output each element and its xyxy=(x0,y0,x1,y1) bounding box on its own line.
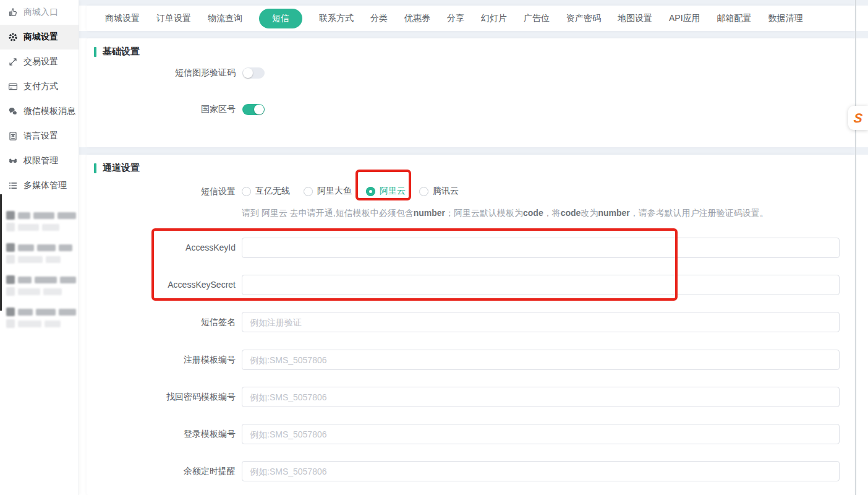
section-accent-bar xyxy=(94,47,96,57)
sidebar-scrollbar-thumb[interactable] xyxy=(0,194,2,311)
section-accent-bar xyxy=(94,163,96,173)
sidebar-redacted-items xyxy=(0,207,79,335)
field-label: 登录模板编号 xyxy=(87,424,236,444)
tab-物流查询[interactable]: 物流查询 xyxy=(208,13,242,24)
form-row: 登录模板编号 xyxy=(87,424,840,444)
field-label: 注册模板编号 xyxy=(87,350,236,370)
page-scrollbar-track[interactable] xyxy=(855,0,856,495)
main-content: 商城设置订单设置物流查询短信联系方式分类优惠券分享幻灯片广告位资产密码地图设置A… xyxy=(79,0,868,495)
trade-arrows-icon xyxy=(8,57,18,67)
toggle-row: 国家区号 xyxy=(87,104,265,115)
field-label: 余额定时提醒 xyxy=(87,461,236,481)
sidebar-item-label: 权限管理 xyxy=(23,155,58,166)
sidebar-item-credit-card[interactable]: 支付方式 xyxy=(0,74,79,99)
sidebar-item-label: 支付方式 xyxy=(23,81,58,92)
field-input-注册模板编号[interactable] xyxy=(242,350,840,370)
sidebar-item-thumb-up[interactable]: 商城入口 xyxy=(0,0,79,25)
tab-短信[interactable]: 短信 xyxy=(259,9,302,28)
radio-circle xyxy=(366,187,375,196)
field-input-AccessKeyId[interactable] xyxy=(242,238,840,258)
tab-地图设置[interactable]: 地图设置 xyxy=(618,13,652,24)
field-label: 短信签名 xyxy=(87,312,236,332)
sidebar-item-label: 交易设置 xyxy=(23,56,58,67)
sidebar-item-list[interactable]: 多媒体管理 xyxy=(0,173,79,198)
toggle-label: 短信图形验证码 xyxy=(87,67,236,79)
toggle-switch[interactable] xyxy=(242,104,265,115)
tab-联系方式[interactable]: 联系方式 xyxy=(319,13,354,24)
toggle-label: 国家区号 xyxy=(87,104,236,115)
background-strip xyxy=(79,0,868,6)
sidebar-item-label: 微信模板消息 xyxy=(23,106,75,117)
mask-icon xyxy=(8,156,18,166)
sidebar-item-gear[interactable]: 商城设置 xyxy=(0,25,79,50)
field-label: AccessKeyId xyxy=(87,238,236,258)
sidebar-item-trade-arrows[interactable]: 交易设置 xyxy=(0,50,79,74)
radio-label: 阿里大鱼 xyxy=(317,186,352,197)
sidebar-item-redacted[interactable] xyxy=(0,271,79,303)
radio-label: 阿里云 xyxy=(380,186,406,197)
toggle-switch[interactable] xyxy=(242,67,265,79)
channel-section-header: 通道设置 xyxy=(94,162,140,174)
tab-商城设置[interactable]: 商城设置 xyxy=(105,13,140,24)
tab-API应用[interactable]: API应用 xyxy=(669,13,700,24)
floating-widget-logo: S xyxy=(853,111,863,124)
radio-circle xyxy=(242,187,251,196)
floating-helper-widget[interactable]: S xyxy=(848,106,868,130)
form-row: AccessKeySecret xyxy=(87,275,840,295)
settings-tabbar: 商城设置订单设置物流查询短信联系方式分类优惠券分享幻灯片广告位资产密码地图设置A… xyxy=(87,6,854,31)
language-book-icon xyxy=(8,131,18,141)
sidebar-item-redacted[interactable] xyxy=(0,303,79,335)
form-row: 短信签名 xyxy=(87,312,840,332)
radio-provider-4[interactable]: 腾讯云 xyxy=(419,186,459,197)
sidebar-item-redacted[interactable] xyxy=(0,239,79,271)
field-input-短信签名[interactable] xyxy=(242,312,840,332)
radio-circle xyxy=(304,187,313,196)
tab-订单设置[interactable]: 订单设置 xyxy=(156,13,191,24)
radio-label: 腾讯云 xyxy=(433,186,459,197)
form-row: 注册模板编号 xyxy=(87,350,840,370)
tab-幻灯片[interactable]: 幻灯片 xyxy=(481,13,507,24)
channel-help-text: 请到 阿里云 去申请开通,短信模板中必须包含number；阿里云默认模板为cod… xyxy=(242,208,768,219)
tab-资产密码[interactable]: 资产密码 xyxy=(566,13,601,24)
radio-provider-3[interactable]: 阿里云 xyxy=(366,186,406,197)
form-row: AccessKeyId xyxy=(87,238,840,258)
radio-provider-1[interactable]: 互亿无线 xyxy=(242,186,290,197)
field-input-登录模板编号[interactable] xyxy=(242,424,840,444)
chat-bubbles-icon xyxy=(8,106,18,116)
radio-circle xyxy=(419,187,428,196)
tab-数据清理[interactable]: 数据清理 xyxy=(768,13,803,24)
tab-优惠券[interactable]: 优惠券 xyxy=(404,13,430,24)
credit-card-icon xyxy=(8,82,18,92)
app-root: 商城入口商城设置交易设置支付方式微信模板消息语言设置权限管理多媒体管理 商城设置… xyxy=(0,0,868,495)
sms-provider-row: 短信设置 xyxy=(87,186,236,198)
sidebar-item-label: 语言设置 xyxy=(23,131,58,142)
sms-provider-label: 短信设置 xyxy=(87,186,236,197)
field-label: 找回密码模板编号 xyxy=(87,387,236,407)
tab-广告位[interactable]: 广告位 xyxy=(524,13,550,24)
sidebar-item-redacted[interactable] xyxy=(0,207,79,239)
background-strip xyxy=(79,147,868,155)
sidebar-item-label: 商城入口 xyxy=(23,7,58,18)
sidebar-item-chat-bubbles[interactable]: 微信模板消息 xyxy=(0,99,79,124)
channel-settings-card: 通道设置 短信设置 请到 阿里云 去申请开通,短信模板中必须包含number；阿… xyxy=(87,155,854,495)
form-row: 余额定时提醒 xyxy=(87,461,840,481)
field-label: AccessKeySecret xyxy=(87,275,236,295)
tab-分类[interactable]: 分类 xyxy=(370,13,388,24)
tab-分享[interactable]: 分享 xyxy=(447,13,464,24)
field-input-AccessKeySecret[interactable] xyxy=(242,275,840,295)
sidebar-item-language-book[interactable]: 语言设置 xyxy=(0,124,79,148)
radio-label: 互亿无线 xyxy=(255,186,290,197)
sidebar-item-mask[interactable]: 权限管理 xyxy=(0,148,79,173)
sidebar: 商城入口商城设置交易设置支付方式微信模板消息语言设置权限管理多媒体管理 xyxy=(0,0,79,495)
thumb-up-icon xyxy=(8,7,18,17)
form-row: 找回密码模板编号 xyxy=(87,387,840,407)
basic-section-header: 基础设置 xyxy=(94,46,140,58)
section-title: 通道设置 xyxy=(103,162,140,174)
background-strip xyxy=(79,31,868,38)
field-input-找回密码模板编号[interactable] xyxy=(242,387,840,407)
gear-icon xyxy=(8,32,18,42)
field-input-余额定时提醒[interactable] xyxy=(242,461,840,481)
tab-邮箱配置[interactable]: 邮箱配置 xyxy=(717,13,752,24)
sidebar-item-label: 商城设置 xyxy=(23,32,58,43)
radio-provider-2[interactable]: 阿里大鱼 xyxy=(304,186,352,197)
